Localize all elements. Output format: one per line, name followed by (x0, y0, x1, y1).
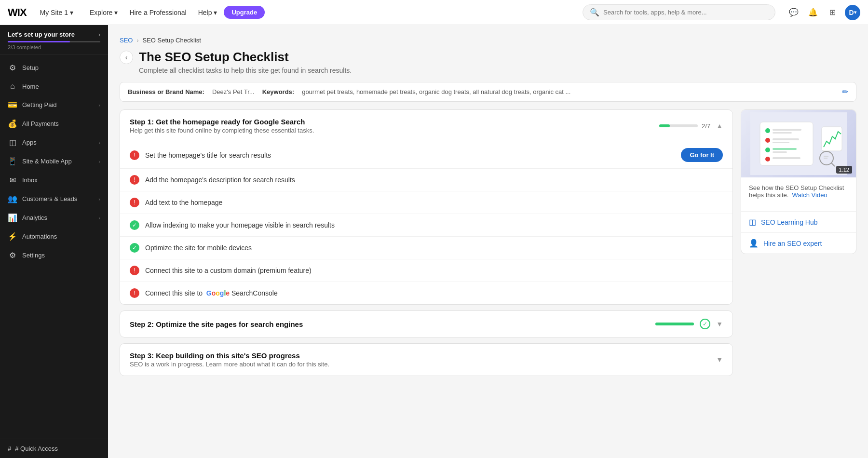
edit-icon[interactable]: ✏ (842, 87, 848, 96)
wix-logo: WIX (8, 6, 27, 19)
item-text-homepage-title: Set the homepage's title for search resu… (145, 151, 675, 159)
search-bar: 🔍 (583, 4, 775, 20)
sidebar-item-getting-paid[interactable]: 💳 Getting Paid › (0, 95, 108, 114)
getting-paid-icon: 💳 (8, 100, 17, 109)
sidebar-item-automations[interactable]: ⚡ Automations (0, 227, 108, 246)
site-name[interactable]: My Site 1 ▾ (36, 7, 77, 18)
sidebar-item-analytics[interactable]: 📊 Analytics › (0, 208, 108, 227)
apps-icon: ◫ (8, 138, 17, 147)
step2-toggle-icon[interactable]: ▼ (716, 320, 723, 328)
customers-icon: 👥 (8, 194, 17, 203)
sidebar-item-settings[interactable]: ⚙ Settings (0, 246, 108, 265)
checklist-item-homepage-desc: ! Add the homepage's description for sea… (120, 168, 732, 191)
step1-progress: 2/7 (659, 122, 710, 130)
explore-chevron-icon: ▾ (114, 9, 118, 16)
google-logo: Google (206, 289, 230, 297)
grid-icon[interactable]: ⊞ (826, 6, 839, 19)
sidebar-item-site-mobile-app[interactable]: 📱 Site & Mobile App › (0, 152, 108, 171)
content-area: SEO › SEO Setup Checklist ‹ The SEO Setu… (108, 25, 868, 458)
step3-toggle-icon[interactable]: ▼ (716, 356, 723, 364)
sidebar-bottom: # # Quick Access (0, 439, 108, 458)
status-success-indexing-icon: ✓ (130, 220, 139, 230)
step2-progress-fill (655, 323, 694, 325)
step1-subtitle: Help get this site found online by compl… (130, 127, 314, 134)
inbox-icon: ✉ (8, 175, 17, 185)
checklist-item-search-console: ! Connect this site to Google SearchCons… (120, 282, 732, 304)
setup-title: Let's set up your store (8, 31, 75, 38)
back-button[interactable]: ‹ (120, 51, 133, 64)
svg-rect-12 (773, 157, 800, 159)
settings-icon: ⚙ (8, 251, 17, 260)
customers-chevron-icon: › (98, 196, 100, 202)
chat-icon[interactable]: 💬 (787, 6, 800, 19)
nav-icons: 💬 🔔 ⊞ D ▾ (787, 5, 860, 20)
go-for-it-button[interactable]: Go for It (681, 148, 723, 162)
status-error-text-icon: ! (130, 198, 139, 207)
checklist-item-mobile: ✓ Optimize the site for mobile devices (120, 236, 732, 259)
side-panel: 1:12 See how the SEO Setup Checklist hel… (741, 109, 856, 254)
main-layout: Let's set up your store › 2/3 completed … (0, 25, 868, 458)
item-text-search-console: Connect this site to Google SearchConsol… (145, 289, 723, 297)
breadcrumb-seo[interactable]: SEO (120, 37, 133, 44)
breadcrumb: SEO › SEO Setup Checklist (120, 37, 856, 44)
setup-arrow-icon[interactable]: › (98, 31, 100, 38)
sidebar-item-setup[interactable]: ⚙ Setup (0, 58, 108, 77)
step1-header-left: Step 1: Get the homepage ready for Googl… (130, 118, 314, 134)
step2-header[interactable]: Step 2: Optimize the site pages for sear… (120, 311, 732, 337)
sidebar-item-inbox[interactable]: ✉ Inbox (0, 171, 108, 189)
quick-access-label: # Quick Access (15, 445, 58, 452)
breadcrumb-current: SEO Setup Checklist (142, 37, 201, 44)
checklist-item-homepage-text: ! Add text to the homepage (120, 191, 732, 214)
step1-toggle-icon[interactable]: ▲ (716, 122, 723, 130)
setup-progress-fill (8, 41, 70, 42)
video-duration: 1:12 (836, 166, 852, 174)
svg-point-2 (765, 128, 770, 133)
step1-card: Step 1: Get the homepage ready for Googl… (120, 109, 733, 305)
hire-seo-expert-link[interactable]: 👤 Hire an SEO expert (741, 232, 856, 254)
sidebar-item-home[interactable]: ⌂ Home (0, 77, 108, 95)
upgrade-button[interactable]: Upgrade (224, 6, 265, 19)
sidebar-item-all-payments[interactable]: 💰 All Payments (0, 114, 108, 133)
help-nav[interactable]: Help ▾ (193, 6, 222, 19)
step3-card: Step 3: Keep building on this site's SEO… (120, 343, 733, 376)
page-header: ‹ The SEO Setup Checklist Complete all c… (120, 50, 856, 74)
sidebar-item-customers-leads[interactable]: 👥 Customers & Leads › (0, 189, 108, 208)
svg-rect-4 (773, 132, 792, 134)
seo-learning-hub-link[interactable]: ◫ SEO Learning Hub (741, 211, 856, 232)
svg-rect-3 (773, 129, 801, 131)
breadcrumb-sep: › (136, 37, 138, 44)
keywords-bar: Business or Brand Name: Deez's Pet Tr...… (120, 82, 856, 102)
keywords-value: gourmet pet treats, homemade pet treats,… (302, 88, 570, 95)
nav-links: Explore ▾ Hire a Professional Help ▾ Upg… (85, 6, 575, 19)
item-text-indexing: Allow indexing to make your homepage vis… (145, 221, 723, 229)
svg-rect-10 (773, 151, 787, 153)
step3-header[interactable]: Step 3: Keep building on this site's SEO… (120, 344, 732, 376)
item-text-homepage-desc: Add the homepage's description for searc… (145, 176, 723, 184)
explore-nav[interactable]: Explore ▾ (85, 6, 122, 19)
search-input[interactable] (603, 9, 768, 16)
seo-hub-icon: ◫ (749, 217, 756, 227)
avatar-chevron-icon: ▾ (854, 10, 856, 15)
checklist-item-domain: ! Connect this site to a custom domain (… (120, 259, 732, 282)
status-error-console-icon: ! (130, 288, 139, 298)
item-text-mobile: Optimize the site for mobile devices (145, 244, 723, 252)
step1-body: ! Set the homepage's title for search re… (120, 142, 732, 304)
hire-nav[interactable]: Hire a Professional (124, 6, 191, 19)
step3-subtitle: SEO is a work in progress. Learn more ab… (130, 361, 329, 368)
page-title: The SEO Setup Checklist (139, 50, 352, 65)
notifications-icon[interactable]: 🔔 (806, 6, 820, 19)
page-title-block: The SEO Setup Checklist Complete all che… (139, 50, 352, 74)
svg-point-5 (765, 138, 770, 143)
watch-video-link[interactable]: Watch Video (792, 191, 827, 199)
quick-access[interactable]: # # Quick Access (8, 445, 100, 452)
step2-done-icon: ✓ (700, 319, 710, 329)
sidebar-item-apps[interactable]: ◫ Apps › (0, 133, 108, 152)
avatar[interactable]: D ▾ (845, 5, 860, 20)
brand-label: Business or Brand Name: (128, 88, 204, 95)
analytics-chevron-icon: › (98, 215, 100, 221)
step1-progress-text: 2/7 (702, 122, 710, 130)
help-chevron-icon: ▾ (214, 9, 217, 16)
step1-header[interactable]: Step 1: Get the homepage ready for Googl… (120, 110, 732, 142)
setup-icon: ⚙ (8, 63, 17, 72)
svg-point-8 (765, 148, 770, 152)
